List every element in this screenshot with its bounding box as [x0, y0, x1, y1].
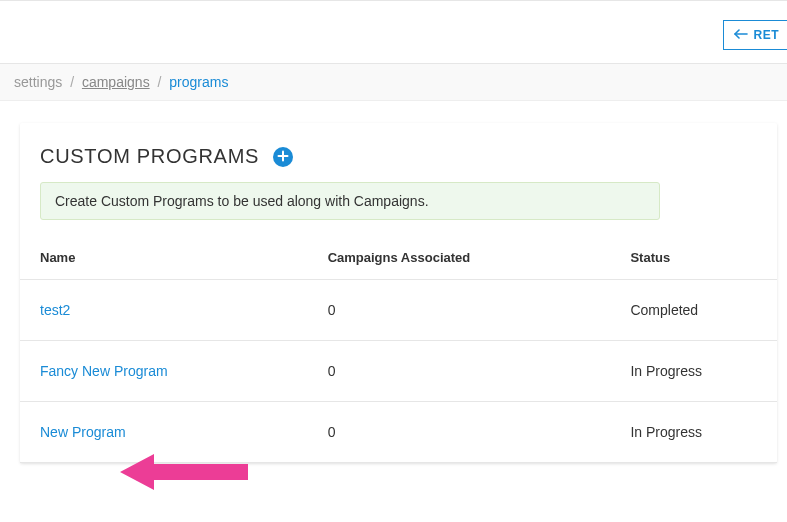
breadcrumb: settings / campaigns / programs: [0, 64, 787, 101]
return-button-label: RET: [754, 28, 780, 42]
campaigns-count: 0: [308, 280, 611, 341]
program-link[interactable]: Fancy New Program: [40, 363, 168, 379]
breadcrumb-separator: /: [158, 74, 162, 90]
breadcrumb-item-campaigns[interactable]: campaigns: [82, 74, 150, 90]
programs-table: Name Campaigns Associated Status test2 0…: [20, 238, 777, 463]
column-header-name: Name: [20, 238, 308, 280]
program-link[interactable]: test2: [40, 302, 70, 318]
breadcrumb-item-programs: programs: [169, 74, 228, 90]
programs-card: CUSTOM PROGRAMS Create Custom Programs t…: [20, 123, 777, 463]
info-banner: Create Custom Programs to be used along …: [40, 182, 660, 220]
campaigns-count: 0: [308, 341, 611, 402]
arrow-left-icon: [734, 28, 748, 42]
status-cell: Completed: [610, 280, 777, 341]
campaigns-count: 0: [308, 402, 611, 463]
plus-icon: [277, 149, 289, 165]
status-cell: In Progress: [610, 341, 777, 402]
top-bar: RET: [0, 0, 787, 64]
add-program-button[interactable]: [273, 147, 293, 167]
table-row: test2 0 Completed: [20, 280, 777, 341]
table-row: Fancy New Program 0 In Progress: [20, 341, 777, 402]
column-header-campaigns: Campaigns Associated: [308, 238, 611, 280]
table-row: New Program 0 In Progress: [20, 402, 777, 463]
status-cell: In Progress: [610, 402, 777, 463]
column-header-status: Status: [610, 238, 777, 280]
breadcrumb-separator: /: [70, 74, 74, 90]
page-title: CUSTOM PROGRAMS: [40, 145, 259, 168]
info-banner-text: Create Custom Programs to be used along …: [55, 193, 429, 209]
card-header: CUSTOM PROGRAMS: [20, 145, 777, 182]
program-link[interactable]: New Program: [40, 424, 126, 440]
return-button[interactable]: RET: [723, 20, 788, 50]
breadcrumb-item-settings: settings: [14, 74, 62, 90]
